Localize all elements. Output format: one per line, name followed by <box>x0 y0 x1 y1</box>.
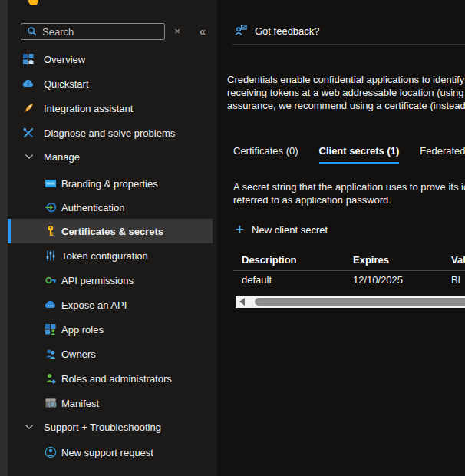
new-client-secret-label: New client secret <box>252 224 328 236</box>
column-header-description: Description <box>242 254 297 266</box>
sidebar-item-roles-administrators[interactable]: Roles and administrators <box>8 366 217 391</box>
sidebar-item-label: Manifest <box>61 398 99 409</box>
sidebar-item-new-support-request[interactable]: New support request <box>8 440 217 464</box>
authentication-icon <box>45 201 57 213</box>
branding-icon <box>45 177 57 190</box>
svg-text:{0}: {0} <box>48 402 57 408</box>
secrets-table-header: Description Expires Value <box>233 251 465 271</box>
search-input[interactable] <box>42 26 164 38</box>
sidebar-item-label: Roles and administrators <box>61 373 172 385</box>
description-line: referred to as application password. <box>233 193 465 207</box>
sidebar-item-token-configuration[interactable]: Token configuration <box>8 243 217 268</box>
horizontal-scrollbar[interactable] <box>236 296 465 308</box>
intro-line: assurance, we recommend using a certific… <box>227 99 465 112</box>
plus-icon: + <box>236 223 244 236</box>
blade-sidebar: × « Overview Quickstart <box>8 0 217 476</box>
credentials-tabs: Certificates (0) Client secrets (1) Fede… <box>233 145 465 164</box>
sidebar-item-label: Overview <box>44 54 85 65</box>
app-roles-icon <box>45 323 57 336</box>
sidebar-item-expose-api[interactable]: Expose an API <box>8 293 217 317</box>
sidebar-item-label: Owners <box>61 349 96 360</box>
got-feedback-label: Got feedback? <box>255 25 320 37</box>
client-secret-description: A secret string that the application use… <box>233 180 465 207</box>
new-client-secret-button[interactable]: + New client secret <box>236 223 328 236</box>
azure-portal-window: × « Overview Quickstart <box>0 0 465 476</box>
roles-administrators-icon <box>45 372 57 385</box>
intro-line: Credentials enable confidential applicat… <box>227 73 465 86</box>
sidebar-item-label: New support request <box>61 447 153 458</box>
sidebar-item-label: Expose an API <box>61 299 127 311</box>
quickstart-cloud-icon <box>22 78 35 90</box>
search-clear-icon[interactable]: × <box>170 24 184 39</box>
column-header-value: Value <box>451 254 465 266</box>
tab-certificates[interactable]: Certificates (0) <box>233 145 298 164</box>
sidebar-group-support-troubleshooting[interactable]: Support + Troubleshooting <box>8 415 217 439</box>
sidebar-item-label: App roles <box>61 324 104 336</box>
secret-table-row: default 12/10/2025 Bl <box>233 271 465 295</box>
sidebar-group-manage[interactable]: Manage <box>8 144 217 169</box>
owners-people-icon <box>45 348 57 360</box>
blade-content: Got feedback? Credentials enable confide… <box>217 0 465 476</box>
sidebar-search-box <box>21 23 165 40</box>
manifest-icon: {0} <box>45 397 57 409</box>
key-icon <box>28 0 38 5</box>
scrollbar-thumb[interactable] <box>255 298 465 306</box>
sidebar-group-label: Support + Troubleshooting <box>44 421 161 433</box>
chevron-down-icon <box>24 151 35 162</box>
sidebar-item-integration-assistant[interactable]: Integration assistant <box>8 96 217 121</box>
sidebar-item-label: Integration assistant <box>44 103 133 114</box>
tab-client-secrets[interactable]: Client secrets (1) <box>319 145 400 164</box>
support-person-icon <box>45 446 57 458</box>
overview-icon <box>22 53 35 65</box>
search-icon <box>27 26 38 37</box>
sidebar-item-quickstart[interactable]: Quickstart <box>8 71 217 96</box>
sidebar-item-manifest[interactable]: {0} Manifest <box>8 391 217 415</box>
intro-line: receiving tokens at a web addressable lo… <box>227 86 465 99</box>
got-feedback-link[interactable]: Got feedback? <box>234 24 320 38</box>
credentials-intro-text: Credentials enable confidential applicat… <box>227 73 465 112</box>
sidebar-item-label: Token configuration <box>61 250 148 262</box>
sidebar-item-certificates-secrets[interactable]: Certificates & secrets <box>8 219 213 243</box>
api-permissions-icon <box>45 274 57 286</box>
chevron-down-icon <box>24 421 35 432</box>
sidebar-item-label: API permissions <box>61 275 134 286</box>
expose-api-cloud-icon <box>45 299 57 311</box>
sidebar-item-label: Certificates & secrets <box>61 226 163 237</box>
tools-icon <box>22 127 35 139</box>
sidebar-item-authentication[interactable]: Authentication <box>8 195 217 220</box>
scroll-left-arrow-icon[interactable] <box>239 298 245 306</box>
key-icon <box>45 225 57 237</box>
sidebar-item-branding[interactable]: Branding & properties <box>8 171 217 196</box>
token-configuration-icon <box>45 250 57 262</box>
sidebar-item-api-permissions[interactable]: API permissions <box>8 268 217 293</box>
tab-federated-credentials[interactable]: Federated credentials (0) <box>420 145 465 164</box>
feedback-person-icon <box>234 24 248 38</box>
sidebar-item-app-roles[interactable]: App roles <box>8 317 217 342</box>
column-header-expires: Expires <box>353 254 389 266</box>
rocket-icon <box>22 102 35 114</box>
sidebar-item-label: Quickstart <box>44 78 89 90</box>
portal-menu-edge <box>0 0 8 476</box>
sidebar-item-label: Diagnose and solve problems <box>44 127 175 139</box>
secret-value-cell: Bl <box>451 274 460 286</box>
secret-expires-cell: 12/10/2025 <box>353 274 403 286</box>
sidebar-item-diagnose[interactable]: Diagnose and solve problems <box>8 121 217 145</box>
sidebar-group-label: Manage <box>44 151 80 163</box>
secret-description-cell: default <box>242 274 272 286</box>
header-divider <box>232 44 465 45</box>
description-line: A secret string that the application use… <box>233 180 465 193</box>
sidebar-item-label: Authentication <box>61 202 124 213</box>
sidebar-item-label: Branding & properties <box>61 178 158 190</box>
sidebar-item-overview[interactable]: Overview <box>8 47 217 71</box>
sidebar-item-owners[interactable]: Owners <box>8 342 217 366</box>
collapse-sidebar-icon[interactable]: « <box>194 24 209 39</box>
